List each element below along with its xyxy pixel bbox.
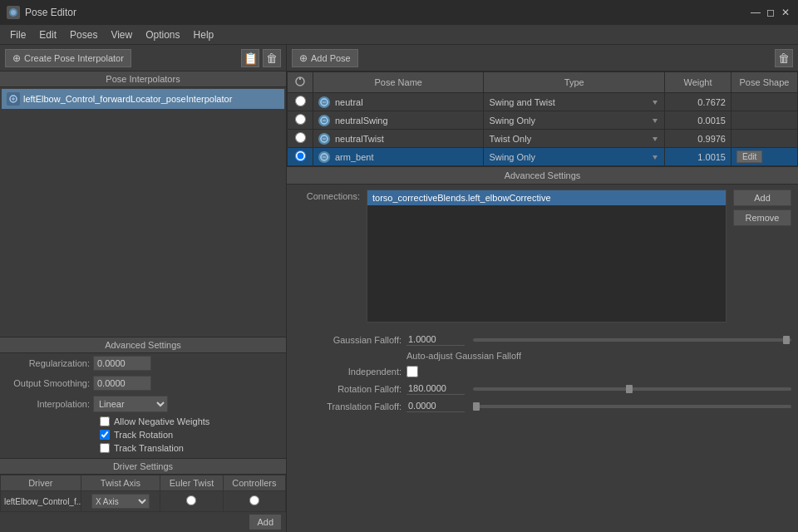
menu-view[interactable]: View <box>104 27 139 42</box>
pose-type-cell: Twist Only <box>484 130 665 148</box>
pose-name-cell: neutralTwist <box>313 130 484 148</box>
controllers-col-header: Controllers <box>223 475 285 491</box>
col-pose-shape: Pose Shape <box>732 72 798 93</box>
type-dropdown-icon[interactable] <box>651 116 659 125</box>
euler-twist-cell <box>160 491 224 512</box>
allow-negative-weights-checkbox[interactable] <box>100 416 110 426</box>
independent-checkbox[interactable] <box>406 366 418 377</box>
regularization-row: Regularization: <box>0 353 286 373</box>
create-icon: ⊕ <box>12 52 21 64</box>
driver-name-cell: leftElbow_Control_f... <box>1 491 81 512</box>
col-weight: Weight <box>665 72 732 93</box>
maximize-button[interactable]: ◻ <box>765 7 776 18</box>
controllers-cell <box>223 491 285 512</box>
track-translation-checkbox[interactable] <box>100 443 110 453</box>
connection-item[interactable]: torso_correctiveBlends.left_elbowCorrect… <box>367 190 726 205</box>
interpolator-item[interactable]: leftElbow_Control_forwardLocator_poseInt… <box>2 89 284 109</box>
menu-poses[interactable]: Poses <box>63 27 104 42</box>
pose-radio[interactable] <box>295 114 306 125</box>
col-pose-name: Pose Name <box>313 72 484 93</box>
delete-icon: 🗑 <box>266 52 278 65</box>
pose-weight-input[interactable] <box>676 134 726 144</box>
track-rotation-checkbox[interactable] <box>100 430 110 440</box>
translation-falloff-slider[interactable] <box>473 405 791 408</box>
pose-shape-cell <box>732 130 798 148</box>
output-smoothing-label: Output Smoothing: <box>7 378 90 388</box>
col-power <box>288 72 313 93</box>
driver-add-row: Add <box>0 512 286 532</box>
delete-button[interactable]: 🗑 <box>263 49 281 67</box>
connections-label: Connections: <box>293 190 360 323</box>
pose-edit-button[interactable]: Edit <box>736 150 762 163</box>
menu-file[interactable]: File <box>3 27 32 42</box>
svg-point-1 <box>11 10 16 15</box>
pose-weight-input[interactable] <box>676 116 726 126</box>
pose-weight-cell <box>665 111 732 130</box>
driver-row: leftElbow_Control_f... X Axis Y Axis Z A… <box>1 491 286 512</box>
pose-delete-button[interactable]: 🗑 <box>775 49 793 67</box>
type-dropdown-icon[interactable] <box>651 98 659 106</box>
svg-marker-18 <box>653 155 658 160</box>
bottom-settings: Gaussian Falloff: Auto-adjust Gaussian F… <box>287 328 798 532</box>
connections-add-button[interactable]: Add <box>733 190 791 206</box>
pose-radio[interactable] <box>295 96 306 106</box>
pose-icon <box>318 133 330 145</box>
window-title: Pose Editor <box>25 7 76 18</box>
pose-row[interactable]: neutral Swing and Twist <box>288 93 798 111</box>
pose-weight-cell <box>665 93 732 111</box>
copy-icon: 📋 <box>244 52 258 65</box>
add-pose-label: Add Pose <box>311 53 351 63</box>
driver-add-button[interactable]: Add <box>249 515 281 530</box>
pose-row[interactable]: neutralTwist Twist Only <box>288 130 798 148</box>
connections-list[interactable]: torso_correctiveBlends.left_elbowCorrect… <box>367 190 727 323</box>
add-pose-button[interactable]: ⊕ Add Pose <box>292 49 358 67</box>
add-pose-icon: ⊕ <box>299 52 308 64</box>
pose-row[interactable]: arm_bent Swing Only Edit <box>288 148 798 166</box>
close-button[interactable]: ✕ <box>780 7 791 18</box>
pose-delete-icon: 🗑 <box>778 52 790 65</box>
output-smoothing-input[interactable] <box>93 376 151 391</box>
pose-interpolators-header: Pose Interpolators <box>0 71 286 87</box>
gaussian-falloff-input[interactable] <box>406 333 465 346</box>
track-rotation-row: Track Rotation <box>0 428 286 441</box>
gaussian-falloff-slider-thumb <box>783 336 790 344</box>
menu-help[interactable]: Help <box>187 27 221 42</box>
type-dropdown-icon[interactable] <box>651 135 659 143</box>
type-dropdown-icon[interactable] <box>651 153 659 161</box>
menu-edit[interactable]: Edit <box>32 27 63 42</box>
translation-falloff-input[interactable] <box>406 400 465 412</box>
gaussian-falloff-slider[interactable] <box>473 338 791 342</box>
twist-axis-cell: X Axis Y Axis Z Axis <box>81 491 160 512</box>
pose-type-cell: Swing Only <box>484 111 665 130</box>
regularization-input[interactable] <box>93 356 151 371</box>
rotation-falloff-input[interactable] <box>406 382 465 395</box>
rotation-falloff-slider[interactable] <box>473 387 791 391</box>
create-pose-interpolator-button[interactable]: ⊕ Create Pose Interpolator <box>5 49 131 67</box>
pose-radio[interactable] <box>295 132 306 143</box>
euler-twist-radio[interactable] <box>186 495 196 505</box>
allow-negative-weights-row: Allow Negative Weights <box>0 415 286 428</box>
pose-icon <box>318 115 330 126</box>
pose-weight-input[interactable] <box>676 152 726 162</box>
menu-options[interactable]: Options <box>139 27 186 42</box>
pose-radio[interactable] <box>295 150 306 161</box>
interpolation-select[interactable]: Linear Quaternion RBF <box>93 396 168 412</box>
minimize-button[interactable]: — <box>750 7 761 18</box>
adv-settings-header: Advanced Settings <box>0 337 286 353</box>
copy-button[interactable]: 📋 <box>241 49 259 67</box>
pose-radio-cell <box>288 148 313 166</box>
pose-radio-cell <box>288 111 313 130</box>
pose-weight-input[interactable] <box>676 97 726 107</box>
controllers-radio[interactable] <box>249 495 259 505</box>
interpolator-name: leftElbow_Control_forwardLocator_poseInt… <box>23 94 232 104</box>
pose-row[interactable]: neutralSwing Swing Only <box>288 111 798 130</box>
pose-table: Pose Name Type Weight Pose Shape neutral… <box>287 71 798 166</box>
twist-axis-select[interactable]: X Axis Y Axis Z Axis <box>91 494 150 509</box>
pose-name-cell: neutralSwing <box>313 111 484 130</box>
twist-axis-col-header: Twist Axis <box>81 475 160 491</box>
track-rotation-label: Track Rotation <box>114 430 173 440</box>
driver-settings-header: Driver Settings <box>0 459 286 475</box>
allow-negative-weights-label: Allow Negative Weights <box>114 416 209 426</box>
pose-radio-cell <box>288 130 313 148</box>
connections-remove-button[interactable]: Remove <box>733 209 791 226</box>
